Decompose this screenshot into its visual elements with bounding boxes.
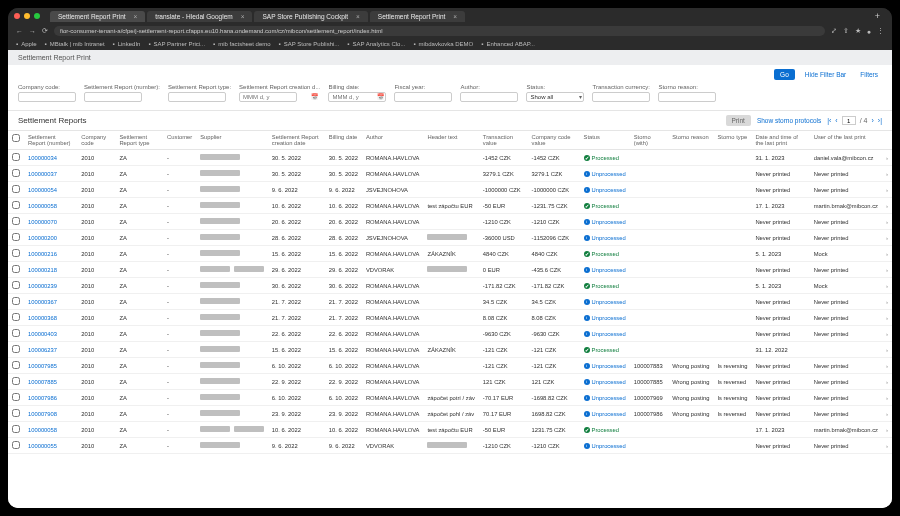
row-checkbox[interactable] [12, 265, 20, 273]
column-header[interactable]: Storno reason [668, 131, 713, 150]
pager-first-icon[interactable]: |‹ [827, 117, 831, 124]
minimize-dot[interactable] [24, 13, 30, 19]
chevron-right-icon[interactable]: › [886, 363, 888, 369]
chevron-right-icon[interactable]: › [886, 251, 888, 257]
table-row[interactable]: 1000000542010ZA-9. 6. 20229. 6. 2022JSVE… [8, 182, 892, 198]
row-checkbox[interactable] [12, 361, 20, 369]
browser-tab[interactable]: Settlement Report Print× [50, 11, 145, 22]
column-header[interactable] [8, 131, 24, 150]
table-row[interactable]: 1000002162010ZA-15. 6. 202215. 6. 2022RO… [8, 246, 892, 262]
chevron-right-icon[interactable]: › [886, 171, 888, 177]
row-checkbox[interactable] [12, 441, 20, 449]
table-row[interactable]: 1000079852010ZA-6. 10. 20226. 10. 2022RO… [8, 358, 892, 374]
filter-input[interactable] [239, 92, 297, 102]
report-number-link[interactable]: 100000367 [28, 299, 57, 305]
extensions-icon[interactable]: ⤢ [831, 27, 837, 35]
table-row[interactable]: 1000000552010ZA-9. 6. 20229. 6. 2022VDVO… [8, 438, 892, 454]
row-checkbox[interactable] [12, 345, 20, 353]
column-header[interactable]: Settlement Report type [115, 131, 163, 150]
table-row[interactable]: 1000079082010ZA-23. 9. 202223. 9. 2022RO… [8, 406, 892, 422]
show-storno-link[interactable]: Show storno protocols [757, 117, 821, 124]
table-row[interactable]: 1000002002010ZA-28. 6. 202228. 6. 2022JS… [8, 230, 892, 246]
filter-select[interactable] [526, 92, 584, 102]
row-checkbox[interactable] [12, 409, 20, 417]
browser-tab[interactable]: Settlement Report Print× [370, 11, 465, 22]
filter-input[interactable] [18, 92, 76, 102]
row-checkbox[interactable] [12, 393, 20, 401]
table-row[interactable]: 1000004032010ZA-22. 6. 202222. 6. 2022RO… [8, 326, 892, 342]
chevron-right-icon[interactable]: › [886, 411, 888, 417]
report-number-link[interactable]: 100000216 [28, 251, 57, 257]
profile-icon[interactable]: ● [867, 28, 871, 35]
table-row[interactable]: 1000002392010ZA-30. 6. 202230. 6. 2022RO… [8, 278, 892, 294]
report-number-link[interactable]: 100000055 [28, 443, 57, 449]
report-number-link[interactable]: 100000200 [28, 235, 57, 241]
report-number-link[interactable]: 100000239 [28, 283, 57, 289]
report-number-link[interactable]: 100000037 [28, 171, 57, 177]
filter-input[interactable] [460, 92, 518, 102]
tab-close-icon[interactable]: × [241, 13, 245, 20]
reload-button[interactable]: ⟳ [42, 27, 48, 35]
report-number-link[interactable]: 100000058 [28, 203, 57, 209]
report-number-link[interactable]: 100000403 [28, 331, 57, 337]
chevron-right-icon[interactable]: › [886, 347, 888, 353]
column-header[interactable]: Supplier [196, 131, 268, 150]
table-row[interactable]: 1000000582010ZA-10. 6. 202210. 6. 2022RO… [8, 198, 892, 214]
bookmark-item[interactable]: ▪LinkedIn [113, 41, 141, 47]
row-checkbox[interactable] [12, 217, 20, 225]
row-checkbox[interactable] [12, 313, 20, 321]
table-row[interactable]: 1000000342010ZA-30. 5. 202230. 5. 2022RO… [8, 150, 892, 166]
row-checkbox[interactable] [12, 377, 20, 385]
chevron-right-icon[interactable]: › [886, 187, 888, 193]
table-row[interactable]: 1000003682010ZA-21. 7. 202221. 7. 2022RO… [8, 310, 892, 326]
table-row[interactable]: 1000002182010ZA- 29. 6. 202229. 6. 2022V… [8, 262, 892, 278]
bookmark-item[interactable]: ▪SAP Analytics Clo... [347, 41, 405, 47]
chevron-right-icon[interactable]: › [886, 235, 888, 241]
report-number-link[interactable]: 100007908 [28, 411, 57, 417]
pager-current-input[interactable] [842, 116, 856, 125]
filter-input[interactable] [394, 92, 452, 102]
table-row[interactable]: 1000000372010ZA-30. 5. 202230. 5. 2022RO… [8, 166, 892, 182]
column-header[interactable]: Company code [77, 131, 115, 150]
chevron-right-icon[interactable]: › [886, 267, 888, 273]
browser-tab[interactable]: translate - Hledal Googlem× [147, 11, 252, 22]
filter-input[interactable] [658, 92, 716, 102]
bookmark-item[interactable]: ▪mib factsheet demo [213, 41, 271, 47]
report-number-link[interactable]: 100007986 [28, 395, 57, 401]
chevron-right-icon[interactable]: › [886, 203, 888, 209]
table-row[interactable]: 1000078852010ZA-22. 9. 202222. 9. 2022RO… [8, 374, 892, 390]
row-checkbox[interactable] [12, 153, 20, 161]
bookmark-item[interactable]: ▪MBtalk | mib Intranet [45, 41, 105, 47]
row-checkbox[interactable] [12, 329, 20, 337]
column-header[interactable]: Status [580, 131, 630, 150]
close-dot[interactable] [14, 13, 20, 19]
go-button[interactable]: Go [774, 69, 795, 80]
column-header[interactable]: Billing date [325, 131, 362, 150]
chevron-right-icon[interactable]: › [886, 283, 888, 289]
report-number-link[interactable]: 100000058 [28, 427, 57, 433]
hide-filter-link[interactable]: Hide Filter Bar [801, 69, 851, 80]
browser-tab[interactable]: SAP Store Publishing Cockpit× [254, 11, 367, 22]
calendar-icon[interactable]: 📅 [377, 93, 384, 100]
report-number-link[interactable]: 100000034 [28, 155, 57, 161]
pager-next-icon[interactable]: › [872, 117, 874, 124]
table-row[interactable]: 1000000582010ZA- 10. 6. 202210. 6. 2022R… [8, 422, 892, 438]
bookmark-item[interactable]: ▪Enhanced ABAP... [481, 41, 535, 47]
chevron-right-icon[interactable]: › [886, 315, 888, 321]
row-checkbox[interactable] [12, 185, 20, 193]
column-header[interactable]: Header text [423, 131, 478, 150]
select-all-checkbox[interactable] [12, 134, 20, 142]
new-tab-button[interactable]: + [869, 11, 886, 21]
report-number-link[interactable]: 100000054 [28, 187, 57, 193]
menu-icon[interactable]: ⋮ [877, 27, 884, 35]
report-number-link[interactable]: 100007885 [28, 379, 57, 385]
filter-input[interactable] [592, 92, 650, 102]
share-icon[interactable]: ⇪ [843, 27, 849, 35]
column-header[interactable]: Date and time of the last print [751, 131, 809, 150]
column-header[interactable]: Storno (with) [630, 131, 668, 150]
row-checkbox[interactable] [12, 233, 20, 241]
report-number-link[interactable]: 100000218 [28, 267, 57, 273]
pager-prev-icon[interactable]: ‹ [835, 117, 837, 124]
filter-input[interactable] [168, 92, 226, 102]
bookmark-item[interactable]: ▪SAP Partner Prici... [148, 41, 205, 47]
